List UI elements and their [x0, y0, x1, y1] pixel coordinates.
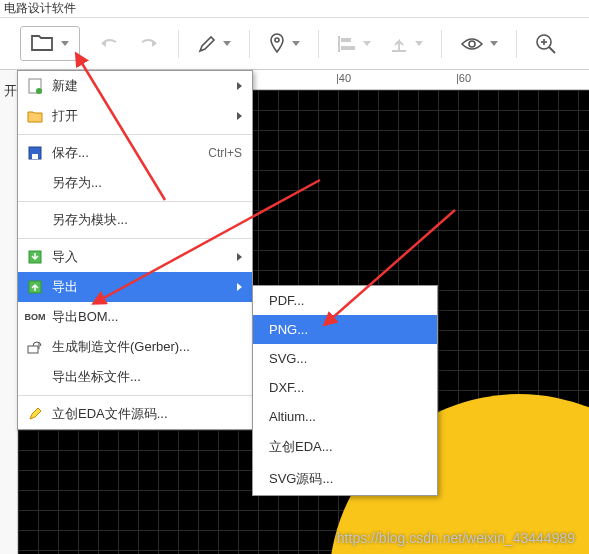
file-menu: 新建 打开 保存... Ctrl+S 另存为... 另存为模块... 导入 导出…: [17, 70, 253, 430]
edit-button[interactable]: [197, 34, 231, 54]
toolbar-separator: [249, 30, 250, 58]
svg-point-0: [275, 38, 279, 42]
document-new-icon: [26, 78, 44, 94]
menu-separator: [18, 238, 252, 239]
svg-rect-3: [341, 46, 355, 50]
svg-point-10: [36, 88, 42, 94]
menu-label: 保存...: [52, 144, 208, 162]
svg-point-4: [469, 41, 475, 47]
chevron-down-icon: [490, 41, 498, 46]
menu-label: 导入: [52, 248, 231, 266]
view-button[interactable]: [460, 36, 498, 52]
export-icon: [26, 279, 44, 295]
pencil-icon: [26, 406, 44, 422]
align-icon: [337, 35, 357, 53]
chevron-down-icon: [61, 41, 69, 46]
menu-label: PDF...: [269, 293, 304, 308]
folder-icon: [31, 33, 53, 54]
import-icon: [26, 249, 44, 265]
menu-item-save-as[interactable]: 另存为...: [18, 168, 252, 198]
chevron-down-icon: [415, 41, 423, 46]
zoom-button[interactable]: [535, 33, 557, 55]
undo-icon: [98, 36, 120, 52]
svg-rect-2: [341, 38, 351, 42]
chevron-down-icon: [223, 41, 231, 46]
vertical-ruler: [0, 70, 18, 554]
menu-label: 导出BOM...: [52, 308, 242, 326]
window-title: 电路设计软件: [0, 0, 589, 18]
svg-rect-12: [32, 154, 38, 159]
watermark: https://blog.csdn.net/weixin_43444989: [337, 530, 575, 546]
folder-menu-button[interactable]: [20, 26, 80, 61]
toolbar-separator: [178, 30, 179, 58]
ruler-tick: |60: [456, 72, 471, 84]
submenu-arrow-icon: [237, 82, 242, 90]
chevron-down-icon: [292, 41, 300, 46]
bom-icon: BOM: [26, 309, 44, 325]
menu-label: 另存为模块...: [52, 211, 242, 229]
redo-button[interactable]: [138, 36, 160, 52]
menu-label: 另存为...: [52, 174, 242, 192]
redo-icon: [138, 36, 160, 52]
menu-label: Altium...: [269, 409, 316, 424]
menu-label: SVG...: [269, 351, 307, 366]
menu-label: PNG...: [269, 322, 308, 337]
distribute-button[interactable]: [389, 34, 423, 54]
chevron-down-icon: [363, 41, 371, 46]
menu-label: 导出坐标文件...: [52, 368, 242, 386]
main-toolbar: [0, 18, 589, 70]
menu-separator: [18, 395, 252, 396]
menu-label: 新建: [52, 77, 231, 95]
submenu-arrow-icon: [237, 283, 242, 291]
folder-open-icon: [26, 108, 44, 124]
menu-label: 打开: [52, 107, 231, 125]
submenu-item-png[interactable]: PNG...: [253, 315, 437, 344]
menu-item-save[interactable]: 保存... Ctrl+S: [18, 138, 252, 168]
undo-button[interactable]: [98, 36, 120, 52]
blank-icon: [26, 369, 44, 385]
submenu-item-svg-source[interactable]: SVG源码...: [253, 463, 437, 495]
location-button[interactable]: [268, 33, 300, 55]
menu-label: SVG源码...: [269, 470, 333, 488]
submenu-item-dxf[interactable]: DXF...: [253, 373, 437, 402]
menu-item-import[interactable]: 导入: [18, 242, 252, 272]
menu-label: 立创EDA...: [269, 438, 333, 456]
submenu-item-lceda[interactable]: 立创EDA...: [253, 431, 437, 463]
zoom-in-icon: [535, 33, 557, 55]
toolbar-separator: [318, 30, 319, 58]
toolbar-separator: [441, 30, 442, 58]
svg-rect-15: [28, 346, 38, 353]
menu-item-export[interactable]: 导出: [18, 272, 252, 302]
blank-icon: [26, 212, 44, 228]
menu-label: DXF...: [269, 380, 304, 395]
svg-line-6: [549, 47, 555, 53]
menu-separator: [18, 201, 252, 202]
save-icon: [26, 145, 44, 161]
menu-shortcut: Ctrl+S: [208, 146, 242, 160]
menu-separator: [18, 134, 252, 135]
menu-item-save-as-module[interactable]: 另存为模块...: [18, 205, 252, 235]
menu-item-new[interactable]: 新建: [18, 71, 252, 101]
pin-icon: [268, 33, 286, 55]
menu-item-export-bom[interactable]: BOM 导出BOM...: [18, 302, 252, 332]
submenu-arrow-icon: [237, 112, 242, 120]
eye-icon: [460, 36, 484, 52]
submenu-item-altium[interactable]: Altium...: [253, 402, 437, 431]
menu-label: 导出: [52, 278, 231, 296]
distribute-icon: [389, 34, 409, 54]
gerber-icon: [26, 339, 44, 355]
menu-item-open[interactable]: 打开: [18, 101, 252, 131]
menu-item-eda-source[interactable]: 立创EDA文件源码...: [18, 399, 252, 429]
blank-icon: [26, 175, 44, 191]
align-button[interactable]: [337, 35, 371, 53]
submenu-item-pdf[interactable]: PDF...: [253, 286, 437, 315]
menu-label: 立创EDA文件源码...: [52, 405, 242, 423]
toolbar-separator: [516, 30, 517, 58]
submenu-arrow-icon: [237, 253, 242, 261]
export-submenu: PDF... PNG... SVG... DXF... Altium... 立创…: [252, 285, 438, 496]
menu-label: 生成制造文件(Gerber)...: [52, 338, 242, 356]
menu-item-export-coord[interactable]: 导出坐标文件...: [18, 362, 252, 392]
pencil-icon: [197, 34, 217, 54]
menu-item-gerber[interactable]: 生成制造文件(Gerber)...: [18, 332, 252, 362]
submenu-item-svg[interactable]: SVG...: [253, 344, 437, 373]
